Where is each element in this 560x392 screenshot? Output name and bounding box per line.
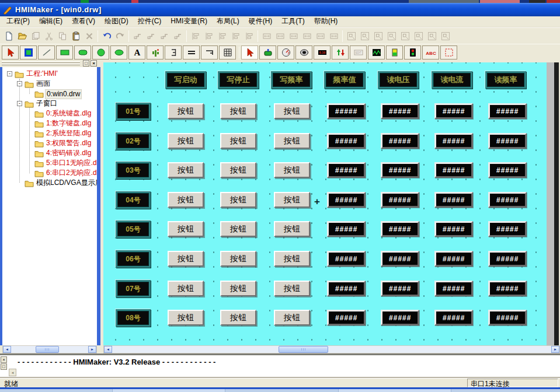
- hmi-header-label[interactable]: 写停止: [218, 71, 259, 89]
- tree-expander-icon[interactable]: -: [17, 101, 22, 106]
- meter-control-button[interactable]: [277, 46, 294, 60]
- hmi-header-label[interactable]: 频率值: [324, 71, 365, 89]
- hmi-display-control[interactable]: #####: [381, 310, 419, 326]
- hmi-display-control[interactable]: #####: [488, 103, 527, 119]
- hmi-station-label[interactable]: 07号: [116, 280, 151, 298]
- output-scroll-left-button[interactable]: ◄: [9, 369, 16, 376]
- hmi-display-control[interactable]: #####: [381, 251, 419, 267]
- tree-node-dlg-password-error[interactable]: 4:密码错误.dlg: [2, 148, 97, 158]
- hmi-button-control[interactable]: 按钮: [220, 103, 256, 119]
- tree-node-dlg-system-login[interactable]: 2:系统登陆.dlg: [2, 128, 97, 138]
- hmi-header-label[interactable]: 读电压: [378, 71, 419, 89]
- hmi-display-control[interactable]: #####: [381, 162, 419, 178]
- menu-project[interactable]: 工程(P): [2, 15, 34, 28]
- tree-node-dlg-serial2-no-response[interactable]: 6:串口2无响应.d: [2, 168, 97, 178]
- rounded-rectangle-tool-button[interactable]: [74, 46, 91, 60]
- hmi-display-control[interactable]: #####: [327, 133, 366, 149]
- bitmap-tool-button[interactable]: [147, 46, 164, 60]
- hmi-button-control[interactable]: 按钮: [220, 281, 256, 296]
- hmi-button-control[interactable]: 按钮: [220, 251, 256, 267]
- rectangle-tool-button[interactable]: [56, 46, 73, 60]
- hmi-header-label[interactable]: 写频率: [271, 71, 312, 89]
- scroll-track[interactable]: [112, 346, 551, 353]
- hmi-button-control[interactable]: 按钮: [168, 192, 204, 208]
- menu-hmi-variables[interactable]: HMI变量(R): [166, 15, 212, 28]
- hmi-station-label[interactable]: 04号: [116, 191, 151, 209]
- text-label-control-button[interactable]: ABC: [422, 46, 439, 60]
- hmi-station-label[interactable]: 02号: [116, 132, 151, 150]
- hmi-station-label[interactable]: 01号: [116, 103, 151, 120]
- panel-float-button[interactable]: □: [83, 60, 89, 66]
- new-document-button[interactable]: [2, 29, 15, 43]
- scroll-left-button[interactable]: ◄: [104, 346, 112, 353]
- lamp-control-button[interactable]: [295, 46, 312, 60]
- text-tool-button[interactable]: A: [128, 46, 145, 60]
- circle-tool-button[interactable]: [92, 46, 109, 60]
- hmi-display-control[interactable]: #####: [488, 221, 527, 237]
- hmi-display-control[interactable]: #####: [434, 310, 473, 326]
- hmi-button-control[interactable]: 按钮: [220, 310, 256, 326]
- menu-layout[interactable]: 布局(L): [212, 15, 244, 28]
- menu-hardware[interactable]: 硬件(H): [244, 15, 277, 28]
- line-tool-button[interactable]: [38, 46, 55, 60]
- hmi-button-control[interactable]: 按钮: [274, 281, 310, 296]
- hmi-header-label[interactable]: 读电流: [432, 71, 472, 89]
- tree-node-project-root[interactable]: -工程:'HMI': [2, 69, 97, 79]
- hmi-display-control[interactable]: #####: [488, 310, 527, 326]
- hmi-button-control[interactable]: 按钮: [168, 221, 204, 237]
- push-button-control-button[interactable]: [259, 46, 276, 60]
- hmi-button-control[interactable]: 按钮: [168, 310, 204, 326]
- hmi-button-control[interactable]: 按钮: [168, 103, 204, 119]
- hmi-button-control[interactable]: 按钮: [274, 251, 310, 267]
- hmi-display-control[interactable]: #####: [381, 103, 419, 119]
- tree-node-dlg-serial1-no-response[interactable]: 5:串口1无响应.d: [2, 158, 97, 168]
- hmi-button-control[interactable]: 按钮: [274, 192, 310, 208]
- hmi-display-control[interactable]: #####: [434, 251, 473, 267]
- title-bar[interactable]: HMIMaker - [win0.drw]: [0, 3, 560, 16]
- output-close-button[interactable]: ×: [1, 356, 7, 363]
- tree-node-dlg-numeric-keyboard[interactable]: 1:数字键盘.dlg: [2, 118, 97, 128]
- hmi-button-control[interactable]: 按钮: [168, 133, 204, 149]
- tree-node-lcd-vga-simulator[interactable]: 模拟LCD/VGA显示屏: [2, 178, 97, 188]
- bar-graph-control-button[interactable]: [386, 46, 403, 60]
- hmi-display-control[interactable]: #####: [381, 281, 419, 296]
- hmi-display-control[interactable]: #####: [327, 103, 366, 119]
- hmi-display-control[interactable]: #####: [327, 192, 366, 208]
- project-panel-header[interactable]: □ ×: [0, 60, 100, 67]
- double-line-tool-button[interactable]: [183, 46, 200, 60]
- hmi-display-control[interactable]: #####: [434, 221, 473, 237]
- menu-draw[interactable]: 绘图(D): [100, 15, 133, 28]
- menu-edit[interactable]: 编辑(E): [34, 15, 67, 28]
- menu-help[interactable]: 帮助(H): [309, 15, 343, 28]
- scroll-left-button[interactable]: ◄: [3, 346, 11, 353]
- paste-button[interactable]: [69, 29, 82, 43]
- tree-expander-icon[interactable]: -: [17, 81, 22, 86]
- hmi-screen-canvas[interactable]: 写启动写停止写频率频率值读电压读电流读频率01号按钮按钮按钮##########…: [103, 62, 547, 345]
- filled-rectangle-tool-button[interactable]: [20, 46, 37, 60]
- hmi-display-control[interactable]: #####: [434, 162, 473, 178]
- hmi-station-label[interactable]: 08号: [116, 309, 151, 327]
- scroll-right-button[interactable]: ►: [88, 346, 96, 353]
- hmi-button-control[interactable]: 按钮: [220, 133, 256, 149]
- hmi-button-control[interactable]: 按钮: [274, 133, 310, 149]
- hmi-display-control[interactable]: #####: [488, 281, 527, 296]
- hmi-button-control[interactable]: 按钮: [220, 221, 256, 237]
- hmi-station-label[interactable]: 06号: [116, 250, 151, 268]
- hmi-display-control[interactable]: #####: [434, 192, 473, 208]
- hmi-button-control[interactable]: 按钮: [274, 221, 310, 237]
- hmi-display-control[interactable]: #####: [488, 162, 527, 178]
- scroll-thumb[interactable]: [279, 346, 328, 353]
- control-select-tool-button[interactable]: [241, 46, 258, 60]
- scale-tool-button[interactable]: [165, 46, 182, 60]
- select-tool-button[interactable]: [2, 46, 19, 60]
- menu-view[interactable]: 查看(V): [67, 15, 100, 28]
- hmi-button-control[interactable]: 按钮: [274, 103, 310, 119]
- scroll-right-button[interactable]: ►: [551, 346, 559, 353]
- tree-node-dlg-system-keyboard[interactable]: 0:系统键盘.dlg: [2, 108, 97, 118]
- hmi-display-control[interactable]: #####: [488, 192, 527, 208]
- hmi-button-control[interactable]: 按钮: [220, 192, 256, 208]
- hmi-button-control[interactable]: 按钮: [220, 162, 256, 178]
- hmi-display-control[interactable]: #####: [381, 133, 419, 149]
- undo-button[interactable]: [100, 29, 113, 43]
- marquee-select-tool-button[interactable]: [440, 46, 457, 60]
